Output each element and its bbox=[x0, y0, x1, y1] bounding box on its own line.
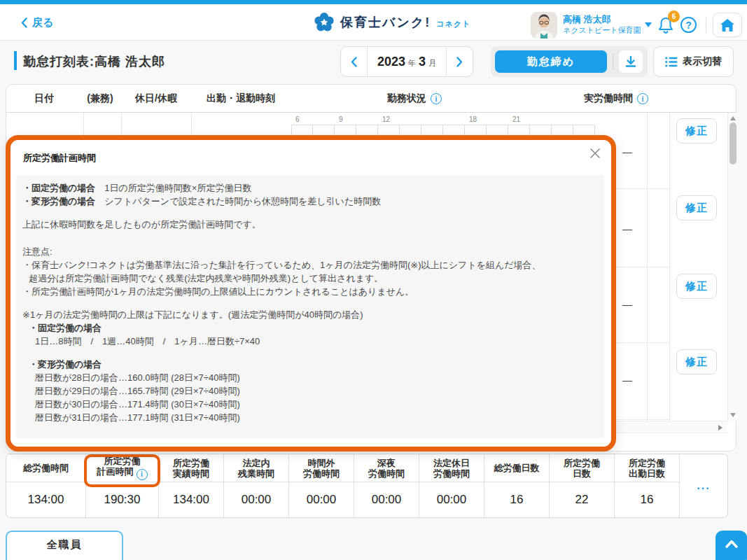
summary-header: 法定内残業時間 bbox=[224, 454, 288, 482]
info-icon[interactable]: i bbox=[637, 93, 648, 104]
download-icon bbox=[624, 55, 637, 68]
notification-badge: 6 bbox=[668, 10, 680, 22]
page-title: 勤怠打刻表:高橋 浩太郎 bbox=[23, 53, 165, 70]
summary-header: 深夜労働時間 bbox=[354, 454, 419, 482]
summary-column: 法定休日労働時間00:00 bbox=[419, 454, 484, 517]
attendance-close-button[interactable]: 勤怠締め bbox=[495, 50, 607, 73]
scheduled-work-hours-modal: 所定労働計画時間 ・固定労働の場合 1日の所定労働時間数×所定労働日数・変形労働… bbox=[6, 135, 616, 451]
display-toggle-label: 表示切替 bbox=[683, 55, 722, 68]
help-glyph: ? bbox=[685, 20, 692, 31]
summary-column: 総労働時間134:00 bbox=[6, 454, 86, 517]
avatar[interactable] bbox=[531, 12, 557, 38]
info-icon[interactable]: i bbox=[137, 469, 148, 480]
summary-column: 時間外労働時間00:00 bbox=[289, 454, 354, 517]
user-organization: ネクストビート保育園 bbox=[563, 25, 645, 35]
modal-title: 所定労働計画時間 bbox=[23, 152, 96, 164]
scroll-down-arrow-icon[interactable] bbox=[730, 413, 736, 417]
summary-column: ... bbox=[680, 454, 727, 517]
summary-column: 所定労働計画時間i190:30 bbox=[86, 454, 159, 517]
edit-button[interactable]: 修正 bbox=[676, 195, 717, 220]
home-button[interactable] bbox=[713, 13, 742, 37]
info-icon[interactable]: i bbox=[431, 93, 442, 104]
summary-header: 法定休日労働時間 bbox=[419, 454, 484, 482]
summary-column: 所定労働出勤日数16 bbox=[615, 454, 680, 517]
timeline-hour-label: 12 bbox=[382, 115, 390, 123]
actual-hours-value: — bbox=[622, 374, 632, 386]
col-header-clock: 出勤・退勤時刻 bbox=[207, 85, 275, 113]
next-month-button[interactable] bbox=[446, 47, 473, 76]
month-navigator: 2023 年 3 月 bbox=[340, 46, 473, 77]
summary-value: 16 bbox=[484, 482, 549, 517]
modal-text-line: 暦日数が28日の場合…160.0時間 (28日×7÷40時間) bbox=[22, 371, 597, 384]
back-label: 戻る bbox=[32, 16, 53, 29]
column-divider bbox=[669, 113, 670, 421]
user-menu[interactable]: 高橋 浩太郎 ネクストビート保育園 bbox=[563, 13, 645, 35]
edit-button[interactable]: 修正 bbox=[676, 349, 717, 374]
display-toggle-button[interactable]: 表示切替 bbox=[653, 46, 734, 77]
summary-more-button[interactable]: ... bbox=[680, 454, 727, 517]
all-staff-button[interactable]: 全職員 bbox=[6, 531, 123, 560]
modal-text-line: 暦日数が29日の場合…165.7時間 (29日×7÷40時間) bbox=[22, 384, 597, 398]
summary-column: 総労働日数16 bbox=[484, 454, 550, 517]
modal-text-line: ・固定労働の場合 1日の所定労働時間数×所定労働日数 bbox=[22, 181, 597, 195]
summary-table: 総労働時間134:00所定労働計画時間i190:30所定労働実績時間134:00… bbox=[6, 454, 728, 518]
actual-hours-value: — bbox=[622, 223, 632, 234]
col-header-status: 勤務状況 i bbox=[387, 85, 442, 113]
timeline-hour-label: 6 bbox=[295, 115, 300, 123]
month-value: 3 bbox=[419, 55, 426, 69]
chevron-down-icon[interactable] bbox=[645, 22, 652, 27]
modal-text-line: 上記に休暇時間数を足したものが所定労働計画時間です。 bbox=[22, 218, 597, 231]
title-accent-bar bbox=[14, 51, 17, 70]
vertical-scrollbar[interactable] bbox=[727, 113, 737, 421]
summary-value: 00:00 bbox=[419, 482, 484, 517]
scroll-right-arrow-icon[interactable] bbox=[718, 425, 722, 430]
col-header-date: 日付 bbox=[34, 85, 54, 113]
col-header-actual: 実労働時間 i bbox=[584, 85, 648, 113]
header-divider bbox=[706, 18, 706, 33]
col-header-actual-label: 実労働時間 bbox=[584, 92, 633, 105]
summary-value: 134:00 bbox=[6, 482, 85, 517]
edit-button[interactable]: 修正 bbox=[676, 274, 717, 299]
modal-text-line: ・保育士バンク!コネクトは労働基準法に沿った集計を行っているため、1ヶ月の法定労… bbox=[22, 258, 597, 272]
col-header-holiday: 休日/休暇 bbox=[135, 85, 177, 113]
summary-header: 時間外労働時間 bbox=[289, 454, 354, 482]
help-icon[interactable]: ? bbox=[680, 17, 697, 33]
summary-header: 所定労働日数 bbox=[550, 454, 614, 482]
next-month-icon bbox=[456, 57, 463, 67]
vertical-scrollbar-thumb[interactable] bbox=[729, 122, 736, 164]
summary-column: 所定労働日数22 bbox=[550, 454, 615, 517]
home-icon bbox=[720, 18, 735, 32]
timeline-hour-label: 21 bbox=[512, 115, 520, 123]
avatar-photo bbox=[531, 12, 557, 38]
modal-close-button[interactable] bbox=[587, 146, 603, 161]
prev-month-button[interactable] bbox=[341, 47, 368, 76]
summary-header: 総労働日数 bbox=[484, 454, 549, 482]
modal-text-line: 1日…8時間 / 1週…40時間 / 1ヶ月…暦日数÷7×40 bbox=[22, 335, 597, 348]
summary-header: 所定労働実績時間 bbox=[159, 454, 223, 482]
col-header-status-label: 勤務状況 bbox=[387, 92, 426, 105]
modal-text-line: ・固定労働の場合 bbox=[22, 321, 597, 335]
modal-text-line: 超過分は所定労働計画時間でなく残業(法定内残業や時間外残業)として算出されます。 bbox=[22, 272, 597, 285]
year-unit: 年 bbox=[408, 58, 416, 69]
chevron-up-icon bbox=[725, 539, 739, 549]
user-name: 高橋 浩太郎 bbox=[563, 13, 645, 25]
col-header-concurrent: (兼務) bbox=[87, 85, 113, 113]
back-link[interactable]: 戻る bbox=[21, 16, 53, 29]
scroll-to-top-button[interactable] bbox=[715, 531, 747, 560]
summary-header: 所定労働計画時間i bbox=[86, 454, 158, 482]
prev-month-icon bbox=[351, 57, 357, 67]
summary-value: 22 bbox=[550, 482, 614, 517]
download-button[interactable] bbox=[619, 50, 643, 73]
summary-value: 134:00 bbox=[159, 482, 223, 517]
year-value: 2023 bbox=[377, 55, 405, 69]
summary-header: 所定労働出勤日数 bbox=[615, 454, 679, 482]
logo-main-text: 保育士バンク! bbox=[340, 14, 431, 31]
scroll-up-arrow-icon[interactable] bbox=[730, 116, 736, 120]
timeline-hour-label: 9 bbox=[339, 115, 343, 123]
app-logo: 保育士バンク! コネクト bbox=[314, 12, 470, 33]
modal-text-line: 暦日数が30日の場合…171.4時間 (30日×7÷40時間) bbox=[22, 398, 597, 411]
summary-value: 00:00 bbox=[289, 482, 354, 517]
logo-flower-icon bbox=[314, 12, 335, 33]
edit-button[interactable]: 修正 bbox=[676, 118, 717, 144]
modal-text-line: ・変形労働の場合 シフトパターンで設定された時間から休憩時間を差し引いた時間数 bbox=[22, 195, 597, 208]
